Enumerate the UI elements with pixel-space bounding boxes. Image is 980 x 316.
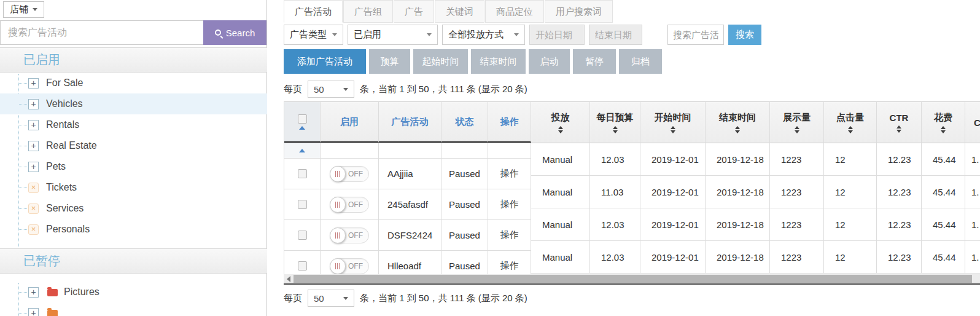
plus-box-icon[interactable] <box>28 78 39 89</box>
header-status[interactable]: 状态 <box>441 102 488 143</box>
chevron-down-icon <box>332 33 337 36</box>
archive-button[interactable]: 归档 <box>619 49 662 74</box>
ctr-cell: 12.23 <box>877 176 922 208</box>
plus-box-icon[interactable] <box>28 162 39 172</box>
campaign-search-input[interactable] <box>667 25 724 45</box>
table-row: OFF DSFS2424 Paused 操作 <box>284 220 531 251</box>
plus-box-icon[interactable] <box>28 287 39 298</box>
delivery-cell: Manual <box>531 143 590 176</box>
tree-item-tickets[interactable]: Tickets <box>0 177 267 198</box>
pause-button[interactable]: 暂停 <box>573 49 616 74</box>
x-box-icon <box>28 183 39 193</box>
toggle-knob <box>330 258 346 274</box>
sidebar-search-button[interactable]: Search <box>203 20 266 45</box>
spend-cell: 45.44 <box>922 241 965 274</box>
row-checkbox[interactable] <box>298 231 307 240</box>
tab-ads[interactable]: 广告 <box>394 0 434 23</box>
sub-row-sort-cell <box>284 143 321 159</box>
header-delivery[interactable]: 投放 <box>531 102 590 143</box>
plus-box-icon[interactable] <box>28 308 39 316</box>
enable-button[interactable]: 启动 <box>529 49 570 74</box>
per-page-select[interactable]: 50 <box>308 290 354 307</box>
ad-type-select[interactable]: 广告类型 <box>284 25 343 45</box>
tab-search-terms[interactable]: 用户搜索词 <box>545 0 613 23</box>
tree-item-pictures[interactable]: Pictures <box>0 282 267 302</box>
header-action[interactable]: 操作 <box>488 102 531 143</box>
action-cell[interactable]: 操作 <box>488 159 531 189</box>
plus-box-icon[interactable] <box>28 141 39 151</box>
header-enable[interactable]: 启用 <box>321 102 379 143</box>
tab-keywords[interactable]: 关键词 <box>435 0 484 23</box>
horizontal-scrollbar[interactable] <box>284 274 980 283</box>
targeting-select[interactable]: 全部投放方式 <box>442 25 525 45</box>
row-checkbox[interactable] <box>298 200 307 209</box>
header-daily-budget[interactable]: 每日预算 <box>590 102 640 143</box>
header-campaign[interactable]: 广告活动 <box>379 102 441 143</box>
row-checkbox[interactable] <box>298 169 307 178</box>
header-label: 结束时间 <box>719 112 756 124</box>
plus-box-icon[interactable] <box>28 99 39 109</box>
tree-item-vehicles[interactable]: Vehicles <box>0 93 267 114</box>
enable-toggle[interactable]: OFF <box>330 197 369 213</box>
toggle-state-label: OFF <box>348 200 363 209</box>
clicks-cell: 12 <box>824 241 877 274</box>
budget-button[interactable]: 预算 <box>369 49 410 74</box>
tree-item-partial[interactable] <box>0 302 267 316</box>
tree-item-label: Tickets <box>46 182 77 193</box>
tab-campaigns[interactable]: 广告活动 <box>284 0 343 23</box>
status-select[interactable]: 已启用 <box>348 25 438 45</box>
tree-item-pets[interactable]: Pets <box>0 156 267 177</box>
header-label: 展示量 <box>783 112 811 124</box>
header-ctr[interactable]: CTR <box>877 102 922 143</box>
end-date-input[interactable] <box>589 25 642 45</box>
enable-toggle[interactable]: OFF <box>330 258 369 274</box>
enable-toggle[interactable]: OFF <box>330 227 369 243</box>
tree-item-real-estate[interactable]: Real Estate <box>0 135 267 156</box>
start-time-button[interactable]: 起始时间 <box>413 49 468 74</box>
paused-tree: Pictures <box>0 282 267 316</box>
end-time-button[interactable]: 结束时间 <box>471 49 526 74</box>
enable-toggle[interactable]: OFF <box>330 166 369 182</box>
tree-item-services[interactable]: Services <box>0 198 267 219</box>
chevron-down-icon <box>343 297 348 300</box>
tab-product-targeting[interactable]: 商品定位 <box>485 0 544 23</box>
toggle-state-label: OFF <box>348 262 363 271</box>
start-date-input[interactable] <box>529 25 585 45</box>
filter-search-button[interactable]: 搜索 <box>728 25 761 45</box>
row-checkbox[interactable] <box>298 261 307 271</box>
select-all-header[interactable] <box>284 102 321 143</box>
sidebar: 店铺 Search 已启用 For Sale Vehicles Rentals … <box>0 0 267 316</box>
select-all-checkbox[interactable] <box>298 114 307 124</box>
action-cell[interactable]: 操作 <box>488 220 531 251</box>
sort-icon <box>896 125 901 133</box>
header-spend[interactable]: 花费 <box>922 102 965 143</box>
main-content: 广告活动 广告组 广告 关键词 商品定位 用户搜索词 广告类型 已启用 全部投放… <box>284 0 980 316</box>
tab-ad-groups[interactable]: 广告组 <box>343 0 393 23</box>
pagination-top: 每页 50 条，当前 1 到 50，共 111 条 (显示 20 条) <box>284 79 527 100</box>
tree-item-for-sale[interactable]: For Sale <box>0 73 267 93</box>
tree-item-personals[interactable]: Personals <box>0 219 267 240</box>
action-cell[interactable]: 操作 <box>488 251 531 274</box>
delivery-cell: Manual <box>531 176 590 208</box>
scrollbar-thumb[interactable] <box>294 275 972 283</box>
campaign-name-cell[interactable]: Hlleoadf <box>379 251 441 274</box>
action-cell[interactable]: 操作 <box>488 189 531 220</box>
campaign-name-cell[interactable]: AAjjiia <box>379 159 441 189</box>
search-icon <box>215 30 221 36</box>
add-campaign-button[interactable]: 添加广告活动 <box>284 49 366 74</box>
header-partial[interactable]: C <box>965 102 980 143</box>
sidebar-search-input[interactable] <box>0 20 203 45</box>
header-end-time[interactable]: 结束时间 <box>706 102 770 143</box>
header-impressions[interactable]: 展示量 <box>770 102 824 143</box>
campaign-name-cell[interactable]: 245afasdf <box>379 189 441 220</box>
per-page-select[interactable]: 50 <box>308 81 354 98</box>
tree-item-rentals[interactable]: Rentals <box>0 114 267 135</box>
header-start-time[interactable]: 开始时间 <box>640 102 706 143</box>
scroll-left-arrow-icon[interactable] <box>287 276 290 282</box>
sort-icon <box>941 126 946 133</box>
header-clicks[interactable]: 点击量 <box>824 102 877 143</box>
campaign-name-cell[interactable]: DSFS2424 <box>379 220 441 251</box>
plus-box-icon[interactable] <box>28 120 39 130</box>
x-box-icon <box>28 203 39 214</box>
store-dropdown[interactable]: 店铺 <box>3 1 44 18</box>
